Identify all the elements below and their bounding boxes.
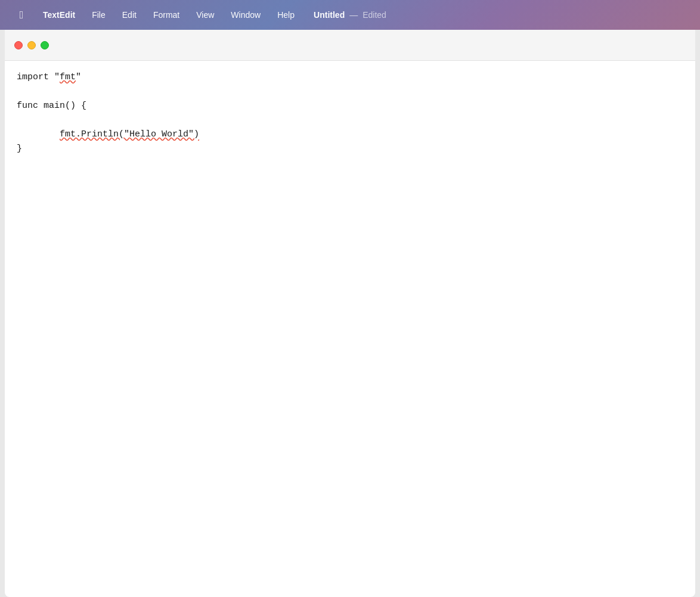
apple-menu[interactable]:  <box>10 9 33 21</box>
code-line-3: func main() { <box>17 99 683 113</box>
menubar-item-edit[interactable]: Edit <box>115 8 144 22</box>
code-line-4 <box>17 113 683 128</box>
doc-status: Edited <box>363 10 386 20</box>
document-title: Untitled <box>314 10 345 20</box>
code-line-5: fmt.Println("Hello World") <box>17 128 683 142</box>
code-line-2 <box>17 85 683 99</box>
maximize-button[interactable] <box>41 41 49 49</box>
code-line-1: import "fmt" <box>17 70 683 85</box>
minimize-button[interactable] <box>27 41 36 49</box>
menubar-item-view[interactable]: View <box>189 8 221 22</box>
menubar-item-format[interactable]: Format <box>146 8 187 22</box>
traffic-lights <box>14 41 49 49</box>
close-button[interactable] <box>14 41 23 49</box>
apple-icon:  <box>20 9 24 21</box>
squiggle-println: fmt.Println("Hello World") <box>60 129 199 139</box>
menubar-item-file[interactable]: File <box>85 8 113 22</box>
menubar-item-textedit[interactable]: TextEdit <box>36 8 82 22</box>
scrollbar[interactable] <box>690 61 695 597</box>
text-editor-content[interactable]: import "fmt" func main() { fmt.Println("… <box>5 61 695 597</box>
menubar-item-help[interactable]: Help <box>270 8 302 22</box>
code-line-6: } <box>17 142 683 156</box>
squiggle-fmt: fmt <box>60 72 76 82</box>
menubar-item-window[interactable]: Window <box>224 8 268 22</box>
menubar:  TextEdit File Edit Format View Window … <box>0 0 700 30</box>
doc-separator: — <box>349 10 358 20</box>
textedit-window: import "fmt" func main() { fmt.Println("… <box>5 30 695 597</box>
menubar-title: Untitled — Edited <box>314 10 386 20</box>
title-bar <box>5 30 695 61</box>
